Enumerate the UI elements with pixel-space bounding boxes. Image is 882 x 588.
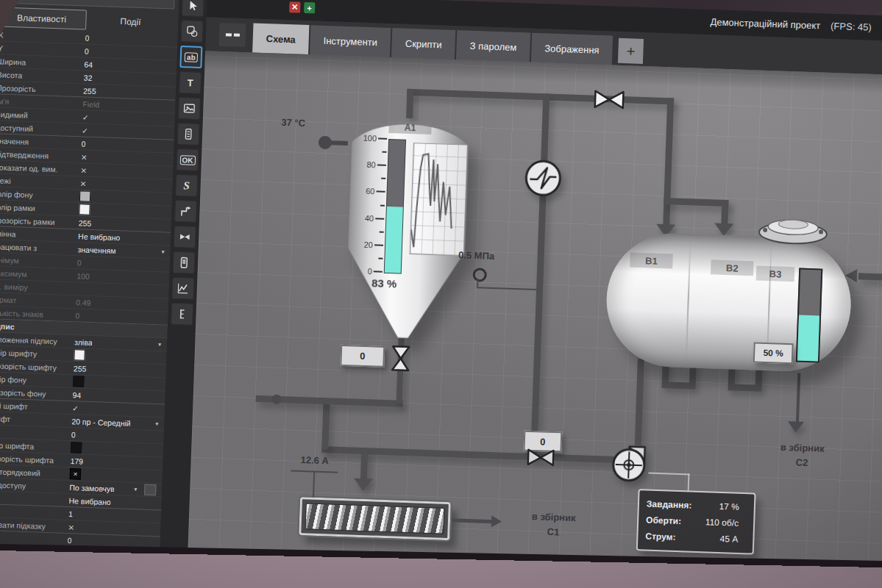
hopper-level-fill	[385, 206, 403, 273]
property-value[interactable]: ✓	[82, 112, 169, 124]
valve1-value-box[interactable]: 0	[340, 345, 385, 368]
property-value[interactable]: 0	[85, 46, 171, 58]
motor-panel-label: Струм:	[645, 528, 676, 545]
select-tool[interactable]	[182, 0, 205, 17]
image-tool[interactable]	[178, 97, 201, 120]
property-value[interactable]: 255	[74, 364, 160, 376]
property-value[interactable]: 179	[70, 456, 157, 468]
property-value[interactable]: 1	[68, 509, 155, 521]
property-value[interactable]: ✓	[82, 126, 168, 137]
property-value[interactable]: 100	[77, 271, 163, 283]
property-value[interactable]: 255	[79, 218, 166, 230]
valve-hopper-drain[interactable]	[390, 344, 411, 373]
property-value[interactable]: 0	[71, 430, 158, 442]
add-page-tab-button[interactable]: +	[618, 38, 644, 64]
panel-tool[interactable]	[177, 123, 200, 146]
conveyor-current-label[interactable]: 12.6 А	[285, 453, 344, 467]
property-value-text: зліва	[74, 337, 93, 347]
temperature-label[interactable]: 37 °C	[265, 116, 322, 129]
device-tool[interactable]	[173, 251, 196, 274]
tab-events[interactable]: Події	[86, 10, 175, 33]
property-value[interactable]: 32	[84, 73, 171, 85]
script-tool[interactable]: S	[175, 174, 198, 197]
new-project-button[interactable]: +	[304, 2, 316, 14]
property-value[interactable]: значенням▾	[77, 245, 164, 257]
property-value[interactable]: Не вибрано	[78, 232, 165, 243]
text-tool[interactable]: T	[179, 71, 202, 94]
property-value[interactable]: По замовчув▾	[69, 481, 156, 495]
page-tab-1[interactable]: Інструменти	[310, 25, 391, 57]
property-value[interactable]	[71, 442, 157, 456]
page-tab-3[interactable]: З паролем	[456, 30, 530, 62]
trend-tool[interactable]	[171, 277, 194, 300]
cross-icon: ×	[81, 152, 88, 161]
signal-generator[interactable]	[522, 157, 563, 198]
property-value[interactable]	[74, 349, 160, 363]
close-project-button[interactable]: ✕	[289, 1, 301, 13]
property-value[interactable]: ×	[80, 165, 167, 177]
property-label: Значення	[0, 136, 82, 148]
color-swatch[interactable]	[71, 442, 82, 453]
color-swatch[interactable]	[79, 190, 91, 202]
collapse-panel-button[interactable]	[218, 23, 246, 47]
destination-c2-label[interactable]: в збірник С2	[767, 440, 838, 471]
clone-shape-tool[interactable]	[181, 20, 204, 43]
property-value[interactable]: 20 пр - Середній▾	[71, 417, 158, 429]
property-value[interactable]: 0	[75, 311, 162, 323]
property-value[interactable]: 0.49	[76, 298, 163, 309]
property-value[interactable]: ✓	[72, 404, 159, 415]
button-tool[interactable]: OK	[176, 148, 199, 171]
color-swatch[interactable]	[73, 376, 85, 387]
property-label: Ширина	[0, 57, 85, 68]
property-value-text: 255	[83, 86, 96, 96]
property-value[interactable]	[77, 289, 163, 292]
scheme-canvas[interactable]: в збірник С2	[188, 51, 882, 575]
property-value[interactable]	[79, 204, 166, 218]
destination-c1-label[interactable]: в збірник С1	[511, 509, 596, 541]
property-value[interactable]: ×	[70, 468, 157, 482]
pump[interactable]	[609, 442, 652, 484]
fps-counter: (FPS: 45)	[831, 21, 872, 33]
valve-tool[interactable]	[174, 226, 196, 248]
project-title-text: Демонстраційний проект	[710, 16, 820, 31]
page-tab-2[interactable]: Скрипти	[391, 28, 455, 60]
page-tab-0[interactable]: Схема	[252, 23, 309, 54]
extra-option-box[interactable]	[144, 484, 157, 496]
tank-level-gauge	[796, 268, 822, 363]
page-tab-4[interactable]: Зображення	[531, 33, 614, 65]
color-swatch[interactable]	[74, 349, 85, 361]
property-value[interactable]: 0	[85, 33, 171, 45]
checkbox-checked[interactable]: ×	[70, 468, 82, 480]
hopper-tank-a1[interactable]: A1 100806040200 83 %	[339, 111, 476, 343]
property-value[interactable]	[79, 190, 166, 204]
property-value[interactable]: 0	[81, 139, 168, 151]
property-value[interactable]: ×	[80, 179, 167, 190]
property-label: Максимум	[0, 268, 77, 280]
horizontal-tank[interactable]: B1 B2 B3 50 %	[605, 231, 853, 373]
property-value[interactable]: 255	[83, 86, 170, 98]
hopper-level-percent: 83 %	[358, 276, 410, 290]
polyline-tool[interactable]	[174, 200, 197, 223]
motor-info-panel[interactable]: Завдання:17 %Оберти:110 об/сСтрум:45 А	[636, 489, 756, 555]
property-value[interactable]: 94	[72, 390, 159, 402]
property-value-text: Не вибрано	[68, 496, 111, 506]
property-value[interactable]: ×	[68, 523, 154, 534]
motor-panel-value: 110 об/с	[705, 514, 739, 531]
tank-manhole	[755, 209, 831, 245]
valve-top[interactable]	[594, 89, 625, 110]
property-value[interactable]: 0	[77, 258, 164, 270]
property-value[interactable]: 64	[84, 60, 171, 71]
property-value[interactable]	[73, 376, 160, 390]
valve-mid[interactable]	[527, 448, 555, 467]
field-tool[interactable]: ab	[179, 46, 202, 68]
color-swatch[interactable]	[79, 204, 90, 215]
property-value[interactable]: Не вибрано	[68, 496, 155, 508]
hopper-scale: 100806040200	[348, 133, 387, 278]
property-value[interactable]: ×	[81, 152, 168, 164]
property-value[interactable]: зліва▾	[74, 337, 161, 349]
pump-panel-connector-h	[648, 473, 689, 476]
screw-conveyor[interactable]	[299, 497, 451, 540]
tank-section-b2: B2	[711, 259, 754, 276]
property-value[interactable]: Field	[82, 99, 169, 111]
scale-tool[interactable]	[171, 303, 193, 326]
